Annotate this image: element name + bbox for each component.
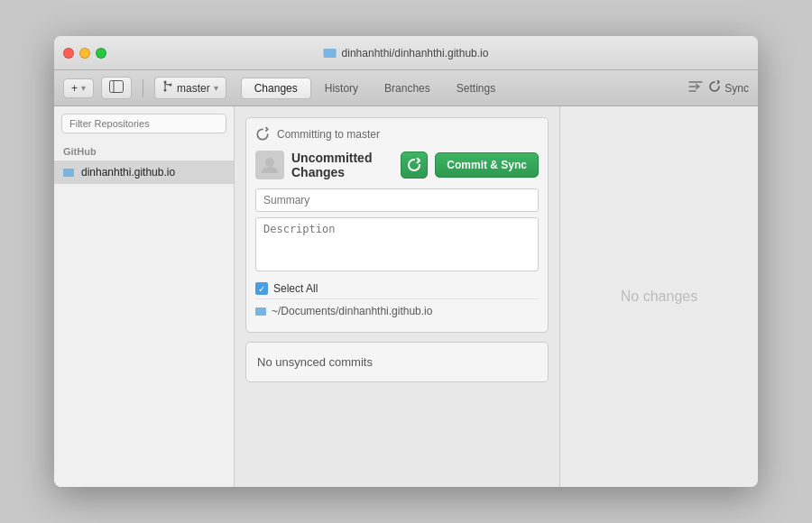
branch-icon [162,80,173,96]
repo-row: ~/Documents/dinhanhthi.github.io [255,298,539,323]
sidebar-item-repo[interactable]: dinhanhthi.github.io [54,161,234,184]
right-panel: No changes [559,106,758,487]
titlebar-center: dinhanhthi/dinhanhthi.github.io [324,47,489,60]
tab-history[interactable]: History [312,78,371,98]
sync-label: Sync [724,82,749,95]
select-all-row: ✓ Select All [255,275,539,298]
sidebar-icon [109,80,124,96]
window-title: dinhanhthi/dinhanhthi.github.io [342,47,489,60]
summary-input[interactable] [255,188,539,212]
sidebar-section-github: GitHub [54,141,234,161]
traffic-lights [63,48,106,59]
uncommitted-icon [255,151,284,179]
toolbar-right: Sync [688,79,749,96]
sidebar: GitHub dinhanhthi.github.io [54,106,235,487]
select-all-checkbox[interactable]: ✓ [255,282,268,295]
description-input[interactable] [255,217,539,271]
titlebar: dinhanhthi/dinhanhthi.github.io [54,36,758,70]
uncommitted-row: Uncommitted Changes Commit & Sync [255,151,539,179]
tab-changes[interactable]: Changes [241,78,311,99]
sync-button[interactable]: Sync [708,80,749,96]
filter-repos-input[interactable] [61,114,226,133]
commit-sync-button[interactable]: Commit & Sync [435,152,539,178]
svg-point-5 [265,158,274,167]
repo-icon-sm [63,169,74,177]
pull-request-icon[interactable] [688,79,703,96]
tab-settings[interactable]: Settings [444,78,508,98]
repo-icon [324,49,337,58]
center-panel: Committing to master Uncommitted Changes [235,106,559,487]
repo-path-label: ~/Documents/dinhanhthi.github.io [272,305,432,317]
separator [143,79,143,97]
tab-branches[interactable]: Branches [372,78,443,98]
sync-icon [708,80,721,96]
sidebar-toggle-button[interactable] [101,77,132,99]
toolbar: + ▾ master ▾ [54,70,758,106]
commit-header: Committing to master [255,127,539,142]
refresh-button[interactable] [401,151,428,179]
branch-button[interactable]: master ▾ [154,77,226,99]
plus-icon: + [71,82,78,95]
repo-row-icon [255,307,266,316]
committing-label: Committing to master [277,128,380,141]
add-button[interactable]: + ▾ [63,78,94,98]
tab-bar: Changes History Branches Settings [241,78,508,99]
svg-point-3 [164,89,167,92]
no-unsynced-section: No unsynced commits [245,342,549,382]
app-window: dinhanhthi/dinhanhthi.github.io + ▾ [54,36,758,487]
chevron-down-icon: ▾ [81,83,86,93]
close-button[interactable] [63,48,74,59]
no-changes-label: No changes [621,289,697,305]
svg-rect-0 [110,81,124,93]
main-content: GitHub dinhanhthi.github.io Committing t… [54,106,758,487]
uncommitted-label: Uncommitted Changes [291,151,393,179]
select-all-label: Select All [273,282,318,295]
sidebar-repo-name: dinhanhthi.github.io [81,166,175,179]
branch-chevron-icon: ▾ [214,83,218,93]
branch-label: master [177,82,210,95]
no-unsynced-label: No unsynced commits [257,355,373,369]
svg-point-2 [164,81,167,84]
fullscreen-button[interactable] [96,48,106,59]
minimize-button[interactable] [79,48,90,59]
commit-section: Committing to master Uncommitted Changes [245,117,549,333]
